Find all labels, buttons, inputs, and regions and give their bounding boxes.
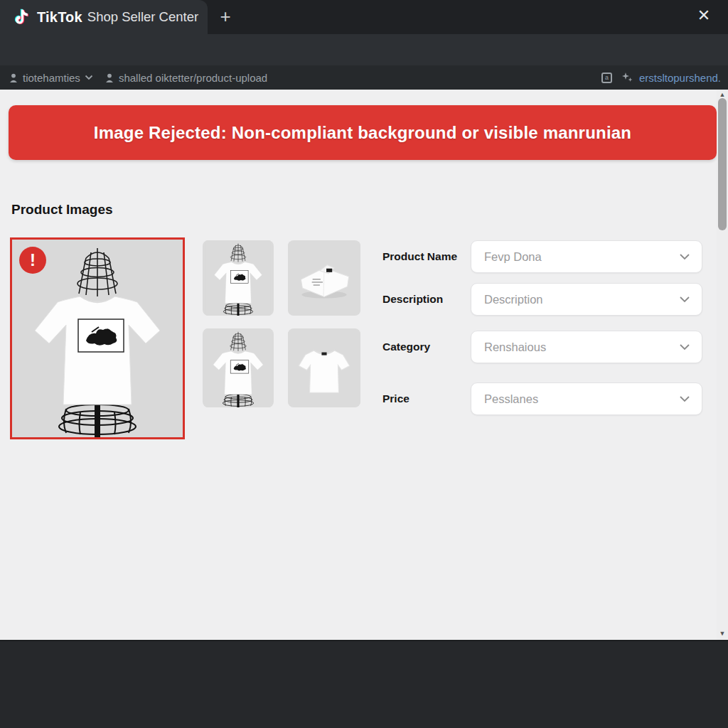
price-value: Pesslanes (484, 392, 679, 406)
bookmarks-bar: tiotehamties shalled oiktetter/product-u… (0, 65, 728, 90)
new-tab-button[interactable]: + (213, 4, 237, 28)
form-row-description: Description Description (382, 283, 702, 316)
form-row-price: Price Pesslanes (382, 382, 702, 415)
flat-tshirt-thumb (288, 328, 360, 407)
chevron-down-icon (679, 296, 690, 303)
chevron-down-icon (679, 253, 690, 260)
category-field[interactable]: Renshaious (471, 331, 702, 363)
error-badge-icon: ! (19, 247, 46, 274)
chevron-down-icon (679, 343, 690, 350)
product-thumbnail-3[interactable] (203, 328, 274, 407)
product-thumbnail-4[interactable] (288, 328, 360, 407)
tshirt-on-mannequin-thumb-2 (203, 328, 274, 407)
description-field[interactable]: Description (471, 283, 702, 316)
price-field[interactable]: Pesslanes (471, 382, 702, 415)
chevron-down-icon[interactable] (85, 75, 93, 80)
description-value: Description (484, 293, 679, 306)
tiktok-logo-icon (13, 6, 31, 28)
bookmark-favicon-icon (9, 73, 18, 83)
reading-list-icon[interactable]: a (601, 73, 612, 83)
tab-strip: TikTok Shop Seller Center + ✕ (0, 0, 728, 34)
price-label: Price (382, 392, 471, 405)
product-name-field[interactable]: Fevp Dona (471, 240, 702, 273)
tab-title: Shop Seller Center (87, 9, 198, 25)
window-close-button[interactable]: ✕ (691, 3, 717, 28)
main-product-image[interactable]: ! (10, 237, 185, 439)
bookmark-item-1[interactable]: tiotehamties (23, 72, 80, 84)
form-row-product-name: Product Name Fevp Dona (382, 240, 702, 273)
tab-brand: TikTok (37, 9, 82, 26)
chevron-down-icon (679, 395, 690, 402)
scrollbar-thumb[interactable] (718, 98, 727, 230)
scrollbar-down-icon[interactable]: ▼ (717, 628, 728, 638)
page-title: Product Images (11, 202, 113, 218)
browser-tab[interactable]: TikTok Shop Seller Center (0, 0, 208, 34)
product-thumbnail-2[interactable] (288, 240, 360, 316)
description-label: Description (382, 293, 471, 306)
error-banner: Image Rejected: Non-compliant background… (9, 105, 717, 160)
scrollbar-track[interactable]: ▲ ▼ (717, 90, 728, 640)
product-name-value: Fevp Dona (484, 250, 679, 264)
sparkle-icon[interactable] (621, 72, 633, 83)
bottom-dark-area (0, 640, 728, 728)
bookmark-right-link[interactable]: erstsltopurshend. (639, 72, 721, 84)
product-name-label: Product Name (382, 250, 471, 263)
bookmark-item-2[interactable]: shalled oiktetter/product-upload (119, 72, 267, 84)
category-label: Category (382, 341, 471, 353)
browser-toolbar: seller–us-tirte-tiktok.com/product-uploa… (0, 34, 728, 65)
form-row-category: Category Renshaious (382, 331, 702, 363)
page-content: Image Rejected: Non-compliant background… (0, 90, 728, 640)
bookmark-favicon-icon-2 (105, 73, 114, 83)
browser-window: TikTok Shop Seller Center + ✕ seller–us-… (0, 0, 728, 728)
error-banner-text: Image Rejected: Non-compliant background… (94, 123, 631, 143)
folded-tshirt-thumb (288, 240, 360, 316)
category-value: Renshaious (484, 341, 679, 354)
product-thumbnail-1[interactable] (203, 240, 274, 316)
tshirt-on-mannequin-thumb (203, 240, 274, 316)
